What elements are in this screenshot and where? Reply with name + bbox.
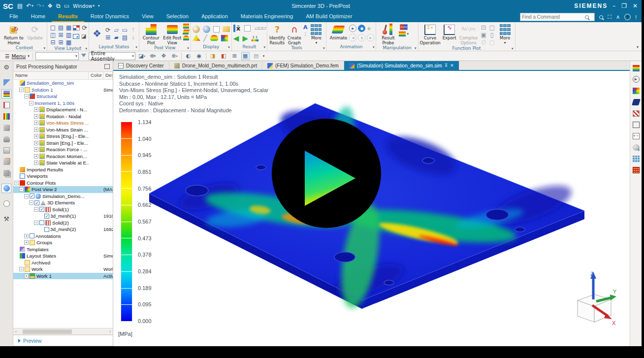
visibility-checkbox[interactable]: ✓	[34, 200, 39, 205]
highlight-icon[interactable]: ⟴	[149, 52, 157, 60]
plot-frame-icon[interactable]: □	[488, 24, 496, 31]
contour-plot-icon[interactable]	[632, 64, 640, 72]
move-object-icon[interactable]: ✥	[160, 52, 168, 60]
tree-row[interactable]: +Stress [Eng.] - Ele...	[13, 133, 113, 140]
tree-row[interactable]: Archived	[13, 260, 113, 266]
graphics-viewport[interactable]: Simulation_demo_sim : Solution 1 Result …	[113, 71, 630, 346]
window-cascade-icon[interactable]: ⧉	[56, 2, 61, 9]
document-tab[interactable]: Discovery Center ⊼✕	[113, 61, 169, 70]
identify-results-button[interactable]: ? Identify Results	[269, 23, 286, 45]
settings-gear-icon[interactable]: ⚙	[1, 63, 11, 72]
paste-layout-icon[interactable]: ▰	[112, 33, 121, 41]
group-label-manipulation[interactable]: Manipulation	[378, 45, 416, 51]
result-probe-button[interactable]: Result Probe	[378, 23, 398, 45]
function-plot-more-button[interactable]: More▾	[497, 23, 514, 45]
post-view-settings-icon[interactable]	[183, 35, 189, 40]
tree-row[interactable]: ✓3d_mesh(1)191077	[13, 213, 113, 220]
layout-nine-icon[interactable]: ⊞	[57, 38, 65, 46]
tree-row[interactable]: −Structural	[13, 93, 113, 100]
tree-row[interactable]: Imported Results	[13, 166, 113, 173]
tree-row[interactable]: +Work 1Active	[13, 273, 113, 280]
tree-row[interactable]: +Annotations	[13, 233, 113, 240]
expand-toggle-icon[interactable]: −	[29, 200, 33, 205]
axis-triad[interactable]: Z Y X	[569, 270, 618, 326]
save-layout-icon[interactable]: ▤	[121, 33, 129, 41]
inspect-part-icon[interactable]	[1, 168, 11, 178]
expand-viewport-icon[interactable]: ◪	[81, 33, 86, 39]
post-view-palette-icon[interactable]	[183, 24, 189, 29]
create-graph-button[interactable]: ∩ Create Graph	[286, 23, 303, 45]
deformed-display-icon[interactable]	[210, 35, 218, 41]
ribbon-tab[interactable]: Materials Engineering	[234, 12, 299, 22]
tree-row[interactable]: +Reaction Momen...	[13, 153, 113, 160]
scale-result-icon[interactable]: 1:1	[252, 35, 258, 41]
expand-toggle-icon[interactable]: +	[24, 234, 29, 238]
pause-animation-icon[interactable]: ▮	[358, 34, 365, 41]
post-processing-navigator-icon[interactable]	[1, 89, 11, 98]
visibility-checkbox[interactable]	[39, 220, 44, 225]
window-menu[interactable]: Window▾	[73, 3, 95, 9]
model-tree-icon[interactable]	[1, 100, 11, 110]
layout-quad-icon[interactable]: ⊞	[57, 31, 65, 38]
expand-toggle-icon[interactable]: +	[34, 121, 38, 125]
display-option-box-icon[interactable]	[213, 26, 220, 33]
spark-part-icon[interactable]	[1, 157, 11, 166]
tree-row[interactable]: Layout StatesSimula	[13, 253, 113, 260]
find-command-input[interactable]	[522, 14, 585, 20]
group-label-display[interactable]: Display	[193, 44, 230, 51]
ribbon-tab[interactable]: Results	[52, 12, 84, 22]
column-header-description[interactable]: Descri	[103, 72, 113, 79]
grid-snap-icon[interactable]: ▤	[252, 52, 260, 60]
results-table-icon[interactable]	[1, 112, 11, 121]
tree-row[interactable]: −Increment 1, 1.00s	[13, 100, 113, 107]
edit-legend-icon[interactable]	[399, 32, 406, 36]
tree-row[interactable]: −Solid(2)	[13, 220, 113, 227]
tree-row[interactable]: Simulation_demo_sim	[13, 80, 113, 87]
expand-toggle-icon[interactable]: +	[34, 154, 38, 159]
split-view-icon[interactable]: +−	[632, 132, 640, 140]
tree-row[interactable]: −✓3D Elements	[13, 199, 113, 206]
video-play-overlay[interactable]	[272, 119, 381, 228]
post-view-style-icon[interactable]	[183, 30, 190, 34]
return-to-home-button[interactable]: ▣↻ Return to Home	[3, 23, 24, 45]
ribbon-tab[interactable]: View	[135, 12, 160, 22]
plot-window-icon[interactable]: ⊡	[480, 24, 488, 31]
play-animation-icon[interactable]: ▶	[632, 75, 640, 83]
expand-toggle-icon[interactable]: +	[24, 240, 29, 245]
grid-display-icon[interactable]: ▦	[241, 52, 250, 60]
animation-icon[interactable]	[632, 98, 640, 106]
tree-row[interactable]: Viewports	[13, 173, 113, 180]
document-tab[interactable]: (FEM) Simulation_Demo.fem ⊼✕	[262, 61, 344, 70]
ribbon-tab[interactable]: Application	[195, 12, 234, 22]
expand-toggle-icon[interactable]: −	[34, 207, 38, 212]
preview-section[interactable]: Preview	[13, 334, 113, 346]
undo-icon[interactable]: ↶▾	[26, 2, 33, 9]
visibility-checkbox[interactable]	[30, 233, 34, 238]
fullscreen-icon[interactable]: ⛶	[608, 14, 612, 20]
scroll-right-icon[interactable]: ›	[107, 329, 113, 334]
copy-layout-icon[interactable]: ▱	[112, 26, 121, 33]
ribbon-options-caret[interactable]: ▾	[634, 45, 642, 51]
tree-row[interactable]: +Strain [Eng.] - Ele...	[13, 140, 113, 147]
expand-toggle-icon[interactable]: −	[24, 194, 29, 198]
tree-row[interactable]: +Rotation - Nodal	[13, 113, 113, 120]
find-command-box[interactable]	[520, 13, 595, 21]
tree-row[interactable]: −✓Simulation_Demo...	[13, 193, 113, 200]
selection-type-combo[interactable]: ▾	[35, 52, 79, 60]
scrollbar-thumb[interactable]	[23, 329, 72, 334]
curve-operation-button[interactable]: Σ+ Curve Operation	[420, 23, 441, 45]
next-result-icon[interactable]: ▶	[242, 34, 248, 43]
expand-toggle-icon[interactable]: −	[19, 187, 24, 192]
zoom-probe-icon[interactable]	[632, 143, 640, 151]
element-plot-icon[interactable]	[203, 26, 210, 33]
layout-six-icon[interactable]: ▥	[64, 31, 73, 38]
tree-row[interactable]: −Solution 1Simce	[13, 87, 113, 94]
tree-row[interactable]: Templates	[13, 246, 113, 253]
document-tab[interactable]: (Simulation) Simulation_demo_sim.sim ⊼✕	[344, 61, 459, 70]
tree-row[interactable]: −Contour Plots	[13, 180, 113, 187]
layout-states-icon[interactable]: ❖	[91, 28, 103, 39]
smooth-plot-icon[interactable]	[193, 26, 200, 33]
menu-row-caret[interactable]: ▾	[263, 54, 265, 58]
surface-display-icon[interactable]	[193, 35, 200, 41]
redo-icon[interactable]: ↷▾	[37, 2, 44, 9]
